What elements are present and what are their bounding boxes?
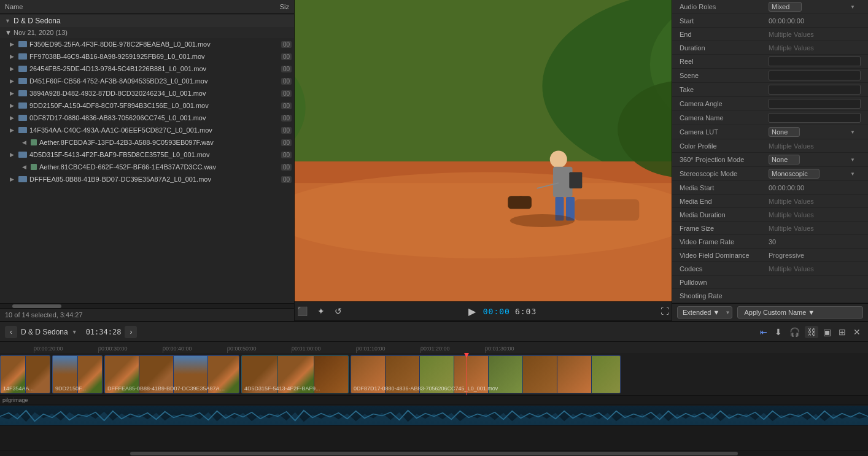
ruler-label-7: 00:01:20:00	[420, 346, 450, 352]
label-media-duration: Media Duration	[680, 211, 769, 218]
svg-rect-17	[508, 196, 532, 209]
headphones-button[interactable]: 🎧	[787, 326, 802, 338]
file-browser-header: Name Siz	[0, 0, 294, 14]
list-item[interactable]: ▶ FF97038B-46C9-4B16-8A98-92591925FB69_L…	[0, 50, 294, 63]
video-clip-1[interactable]: 14F354AA...	[0, 355, 50, 393]
file-browser: Name Siz ▼ D & D Sedona ▼ Nov 21, 2020 (…	[0, 0, 295, 321]
file-icon	[18, 127, 27, 133]
file-icon	[18, 90, 27, 96]
stereoscopic-select-wrap: Monoscopic	[769, 169, 858, 179]
file-icon	[18, 176, 27, 182]
waveform	[0, 406, 868, 426]
audio-back-button[interactable]: ⇤	[758, 326, 770, 338]
list-item[interactable]: ◀ Aether.81CBC4ED-662F-452F-BF66-1E4B37A…	[0, 161, 294, 173]
timeline-area: ‹ D & D Sedona ▼ 01:34:28 › ⇤ ⬇ 🎧 ⛓ ▣ ⊞ …	[0, 321, 868, 456]
prop-camera-lut: Camera LUT None	[672, 125, 868, 139]
list-item[interactable]: ▶ 4D5D315F-5413-4F2F-BAF9-FB5D8CE3575E_L…	[0, 149, 294, 161]
prop-video-frame-rate: Video Frame Rate 30	[672, 235, 868, 249]
file-badge: 00	[281, 115, 292, 122]
properties-panel: Audio Roles Mixed Start 00:00:00:00 End …	[672, 0, 868, 321]
reel-input[interactable]	[769, 56, 861, 66]
label-camera-lut: Camera LUT	[680, 128, 769, 136]
file-name: 26454FB5-25DE-4D13-9784-5C4B1226B881_L0_…	[29, 65, 279, 72]
list-item[interactable]: ▶ 26454FB5-25DE-4D13-9784-5C4B1226B881_L…	[0, 63, 294, 75]
apply-custom-name-button[interactable]: Apply Custom Name ▼	[737, 306, 863, 319]
video-clip-4[interactable]: 4D5D315F-5413-4F2F-BAF9...	[241, 355, 349, 393]
ruler-label-8: 00:01:30:00	[485, 346, 514, 352]
prev-nav-button[interactable]: ‹	[5, 326, 17, 338]
file-icon	[18, 115, 27, 121]
close-timeline-button[interactable]: ✕	[851, 326, 863, 338]
list-item[interactable]: ◀ Aether.8FCBDA3F-13FD-42B3-A588-9C0593E…	[0, 136, 294, 149]
play-button[interactable]: ▶	[466, 304, 478, 319]
timeline-scroll-thumb[interactable]	[130, 452, 738, 455]
expand-arrow-sedona: ▼	[5, 18, 12, 24]
current-timecode: 00:00	[483, 307, 510, 316]
label-camera-name: Camera Name	[680, 114, 769, 122]
value-color-profile: Multiple Values	[769, 142, 861, 150]
video-track[interactable]: 14F354AA... 9DD2150F...	[0, 353, 868, 396]
camera-name-input[interactable]	[769, 113, 861, 123]
date-group-label: Nov 21, 2020 (13)	[14, 29, 68, 36]
video-controls-bar: ⬛ ✦ ↺ ▶ 00:00 6:03 ⛶	[295, 301, 672, 321]
prop-camera-angle: Camera Angle	[672, 97, 868, 111]
properties-scroll[interactable]: Audio Roles Mixed Start 00:00:00:00 End …	[672, 0, 868, 303]
scene-input[interactable]	[769, 71, 861, 80]
label-camera-angle: Camera Angle	[680, 100, 769, 107]
prop-camera-name: Camera Name	[672, 111, 868, 125]
ruler-tick	[227, 348, 228, 353]
fullscreen-button[interactable]: ⛶	[658, 305, 672, 317]
zoom-button[interactable]: ⊞	[836, 326, 848, 338]
svg-rect-8	[575, 199, 639, 220]
audio-roles-select-wrap: Mixed	[769, 2, 858, 12]
video-clip-5[interactable]: 0DF87D17-0880-4836-AB83-7056206CC745_L0_…	[351, 355, 621, 393]
list-item[interactable]: ▶ 0DF87D17-0880-4836-AB83-7056206CC745_L…	[0, 112, 294, 124]
file-badge: 00	[281, 164, 292, 171]
stereoscopic-select[interactable]: Monoscopic	[769, 169, 820, 179]
list-item[interactable]: ▶ DFFFEA85-0B88-41B9-BD07-DC39E35A87A2_L…	[0, 173, 294, 185]
view-mode-button[interactable]: ⬛	[295, 305, 310, 317]
transform-button[interactable]: ✦	[315, 305, 327, 317]
horizontal-scrollbar[interactable]	[0, 303, 294, 308]
apply-btn-label: Apply Custom Name ▼	[744, 309, 815, 316]
projection-select[interactable]: None	[769, 155, 800, 164]
list-item[interactable]: ▶ 3894A928-D482-4932-87DD-8CD320246234_L…	[0, 87, 294, 99]
ruler-tick	[292, 348, 292, 353]
link-button[interactable]: ⛓	[805, 326, 818, 338]
label-media-end: Media End	[680, 198, 769, 205]
timeline-scroll[interactable]	[0, 450, 868, 456]
video-clip-2[interactable]: 9DD2150F...	[52, 355, 103, 393]
video-clip-3[interactable]: DFFFEA85-0B88-41B9-BD07-DC39E35A87A2_L0_…	[104, 355, 239, 393]
retiming-button[interactable]: ↺	[332, 305, 344, 317]
camera-lut-select[interactable]: None	[769, 127, 800, 137]
ruler-label-2: 00:00:30:00	[98, 346, 128, 352]
ruler-label-6: 00:01:10:00	[356, 346, 386, 352]
take-input[interactable]	[769, 85, 861, 95]
file-list: ▼ D & D Sedona ▼ Nov 21, 2020 (13) ▶ F35…	[0, 14, 294, 303]
file-name: FF97038B-46C9-4B16-8A98-92591925FB69_L0_…	[29, 53, 279, 60]
triangle-icon: ▼	[5, 29, 14, 36]
file-name: 3894A928-D482-4932-87DD-8CD320246234_L0_…	[29, 90, 279, 97]
audio-roles-select[interactable]: Mixed	[769, 2, 802, 12]
list-item[interactable]: ▶ 14F354AA-C40C-493A-AA1C-06EEF5CD827C_L…	[0, 124, 294, 136]
label-stereoscopic: Stereoscopic Mode	[680, 170, 769, 177]
audio-icon	[31, 139, 37, 145]
svg-point-11	[550, 151, 567, 168]
list-item[interactable]: ▶ F350ED95-25FA-4F3F-8D0E-978C2F8EAEAB_L…	[0, 38, 294, 50]
camera-angle-input[interactable]	[769, 99, 861, 109]
prop-end: End Multiple Values	[672, 28, 868, 41]
audio-track[interactable]	[0, 404, 868, 426]
group-header-ddsedona[interactable]: ▼ D & D Sedona	[0, 15, 294, 27]
timeline-name: D & D Sedona	[21, 328, 68, 336]
file-name: 9DD2150F-A150-4DF8-8C07-5F894B3C156E_L0_…	[29, 102, 279, 109]
download-button[interactable]: ⬇	[772, 326, 785, 338]
label-color-profile: Color Profile	[680, 142, 769, 150]
next-nav-button[interactable]: ›	[125, 326, 137, 338]
timeline-timecode: 01:34:28	[86, 328, 122, 336]
list-item[interactable]: ▶ 9DD2150F-A150-4DF8-8C07-5F894B3C156E_L…	[0, 99, 294, 112]
label-codecs: Codecs	[680, 265, 769, 272]
list-item[interactable]: ▶ D451F60F-CB56-4752-AF3B-8A094535BD23_L…	[0, 75, 294, 87]
extended-dropdown-button[interactable]: Extended ▼	[677, 306, 732, 319]
label-pulldown: Pulldown	[680, 279, 769, 286]
clip-appearance-button[interactable]: ▣	[821, 326, 834, 338]
